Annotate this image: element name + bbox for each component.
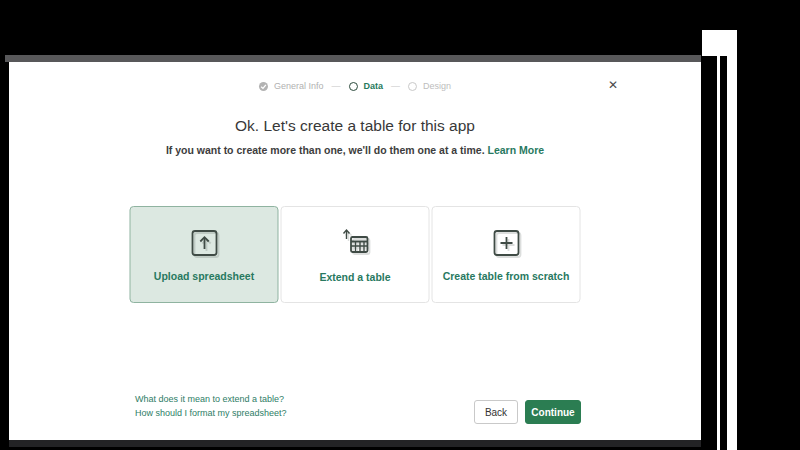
step-label: General Info [274, 81, 324, 91]
help-link-extend-table[interactable]: What does it mean to extend a table? [135, 394, 287, 404]
background-artifact-strip-thin [717, 56, 720, 450]
check-circle-icon [259, 82, 268, 91]
new-table-icon [491, 228, 521, 258]
background-artifact-top-right [702, 30, 737, 56]
step-separator: — [391, 81, 400, 91]
continue-button[interactable]: Continue [525, 400, 581, 424]
table-option-cards: Upload spreadsheet Extend a table [130, 206, 581, 303]
subtitle-text: If you want to create more than one, we'… [166, 144, 485, 156]
page-subtitle: If you want to create more than one, we'… [9, 144, 701, 156]
upcoming-circle-icon [408, 82, 417, 91]
step-design[interactable]: Design [408, 81, 451, 91]
card-label: Extend a table [319, 271, 390, 283]
create-table-dialog: General Info — Data — Design ✕ Ok. Let's… [9, 62, 701, 440]
window-top-border [5, 55, 701, 62]
upload-icon [189, 228, 219, 258]
learn-more-link[interactable]: Learn More [488, 144, 545, 156]
step-label: Design [423, 81, 451, 91]
card-label: Upload spreadsheet [154, 270, 254, 282]
card-upload-spreadsheet[interactable]: Upload spreadsheet [130, 206, 279, 303]
extend-table-icon [339, 227, 371, 259]
background-artifact-strip-wide [727, 56, 737, 450]
page-title: Ok. Let's create a table for this app [9, 117, 701, 135]
step-separator: — [332, 81, 341, 91]
close-icon[interactable]: ✕ [605, 77, 621, 93]
card-label: Create table from scratch [443, 270, 570, 282]
wizard-stepper: General Info — Data — Design [259, 81, 451, 91]
step-general-info[interactable]: General Info [259, 81, 324, 91]
window-bottom-border [9, 440, 701, 447]
active-circle-icon [349, 82, 358, 91]
back-button[interactable]: Back [474, 400, 518, 424]
help-link-format-spreadsheet[interactable]: How should I format my spreadsheet? [135, 408, 287, 418]
card-extend-table[interactable]: Extend a table [281, 206, 430, 303]
step-label: Data [364, 81, 384, 91]
card-create-table-scratch[interactable]: Create table from scratch [432, 206, 581, 303]
help-links: What does it mean to extend a table? How… [135, 394, 287, 418]
step-data[interactable]: Data [349, 81, 384, 91]
footer-buttons: Back Continue [474, 400, 581, 424]
